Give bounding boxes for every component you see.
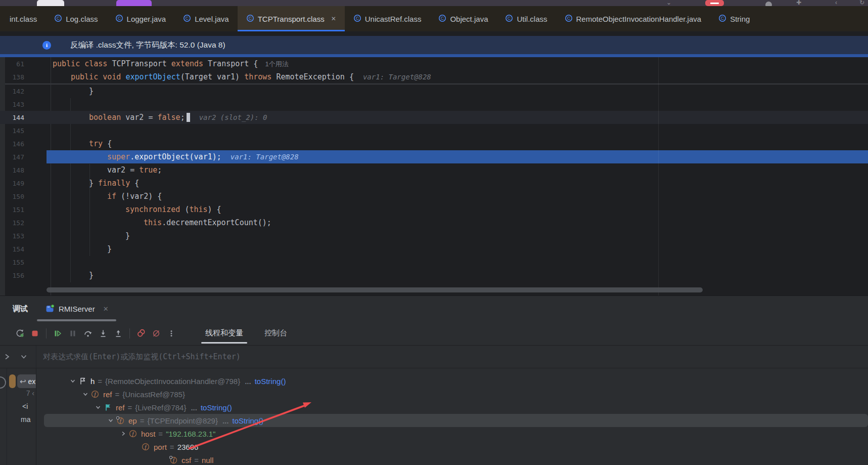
evaluate-placeholder[interactable]: 对表达式求值(Enter)或添加监视(Ctrl+Shift+Enter): [43, 352, 241, 362]
close-icon[interactable]: ✕: [103, 305, 109, 313]
tab-logger-java[interactable]: CLogger.java: [107, 6, 175, 31]
code-text: synchronized (this) {: [125, 205, 221, 214]
tab-console[interactable]: 控制台: [259, 321, 292, 345]
selected-frame[interactable]: ↩ ex: [17, 374, 36, 388]
code-line-146: 146try {: [0, 137, 868, 150]
stop-icon[interactable]: [27, 326, 42, 341]
variable-row-h[interactable]: h={RemoteObjectInvocationHandler@798}...…: [36, 374, 868, 388]
tab-label: Log.class: [66, 15, 98, 23]
tab-log-class[interactable]: CLog.class: [45, 6, 106, 31]
field-icon: f: [141, 443, 150, 451]
avatar-icon: [765, 2, 772, 6]
tab-remoteobjectinvocationhandler-java[interactable]: CRemoteObjectInvocationHandler.java: [556, 6, 710, 31]
tostring-link[interactable]: toString(): [255, 377, 286, 386]
resume-icon[interactable]: [50, 326, 65, 341]
line-number[interactable]: 151: [0, 206, 24, 214]
variable-value: null: [202, 456, 213, 464]
code-editor[interactable]: 61public class TCPTransport extends Tran…: [0, 57, 868, 295]
line-number[interactable]: 150: [0, 193, 24, 200]
variable-row-csf[interactable]: fcsf=null: [36, 453, 868, 465]
rerun-debugger-icon[interactable]: [12, 326, 27, 341]
line-number[interactable]: 144: [0, 114, 24, 121]
variable-row-ref[interactable]: ref={LiveRef@784}...toString(): [36, 401, 868, 414]
line-number[interactable]: 148: [0, 166, 24, 174]
line-number[interactable]: 145: [0, 127, 24, 135]
decompile-banner: i 反编译 .class文件, 字节码版本: 52.0 (Java 8): [0, 36, 868, 54]
line-number[interactable]: 156: [0, 272, 24, 279]
code-text: public class TCPTransport extends Transp…: [53, 59, 289, 69]
chevron-right-icon[interactable]: [118, 430, 128, 437]
more-options-icon[interactable]: [164, 326, 179, 341]
variable-name: ref: [116, 403, 125, 412]
code-text: } finally {: [89, 179, 139, 188]
tab-label: Logger.java: [127, 15, 166, 23]
frame-row[interactable]: 7 ‹: [26, 389, 34, 397]
horizontal-scrollbar[interactable]: [47, 287, 703, 292]
reload-icon[interactable]: ↻: [859, 0, 864, 6]
active-view-tab-underline: [201, 342, 247, 344]
line-number[interactable]: 143: [0, 101, 24, 108]
line-number[interactable]: 147: [0, 153, 24, 161]
line-number[interactable]: 149: [0, 180, 24, 187]
line-number[interactable]: 153: [0, 232, 24, 240]
toolbar-separator: [46, 328, 47, 339]
code-line-138: 138public void exportObject(Target var1)…: [0, 70, 868, 83]
tostring-link[interactable]: toString(): [201, 403, 232, 412]
variable-value: {RemoteObjectInvocationHandler@798}: [105, 377, 240, 386]
tab-util-class[interactable]: CUtil.class: [496, 6, 556, 31]
expand-icon[interactable]: [4, 353, 10, 360]
step-out-icon[interactable]: [111, 326, 126, 341]
class-icon: C: [183, 14, 191, 24]
stripe-icon-fragment: [0, 376, 6, 389]
code-text: }: [89, 271, 94, 280]
tab-unicastref-class[interactable]: CUnicastRef.class: [345, 6, 430, 31]
tab-tcptransport-class[interactable]: CTCPTransport.class✕: [238, 6, 345, 31]
line-number[interactable]: 142: [0, 88, 24, 95]
back-icon[interactable]: ‹: [835, 0, 837, 6]
chevron-down-icon[interactable]: ⌄: [666, 0, 671, 6]
chevron-down-icon[interactable]: [93, 404, 103, 411]
frame-row[interactable]: <i: [22, 402, 28, 410]
tab-rmiserver-session[interactable]: RMIServer ✕: [45, 304, 109, 313]
chevron-down-icon[interactable]: [106, 417, 116, 424]
variable-row-host[interactable]: fhost="192.168.23.1": [36, 427, 868, 440]
view-breakpoints-icon[interactable]: [133, 326, 149, 341]
chevron-down-icon[interactable]: [80, 391, 90, 398]
line-number[interactable]: 138: [0, 73, 24, 81]
variable-row-ep[interactable]: fep={TCPEndpoint@829}...toString(): [36, 414, 868, 427]
line-number[interactable]: 152: [0, 219, 24, 227]
equals-sign: =: [140, 416, 145, 425]
line-number[interactable]: 61: [0, 60, 24, 68]
banner-gap: [0, 31, 868, 36]
field-watch-icon: f: [116, 416, 125, 425]
tab-int-class[interactable]: int.class: [1, 6, 45, 31]
frame-row[interactable]: ma: [21, 415, 30, 424]
debug-panel-title: 调试: [13, 304, 28, 314]
tab-level-java[interactable]: CLevel.java: [174, 6, 238, 31]
tab-string[interactable]: CString: [710, 6, 758, 31]
code-text: var2 = true;: [107, 165, 162, 175]
line-number[interactable]: 154: [0, 245, 24, 253]
extensions-icon[interactable]: ✚: [796, 0, 801, 6]
teal-flag-icon: [103, 403, 112, 411]
line-number[interactable]: 146: [0, 140, 24, 148]
step-over-icon[interactable]: [80, 326, 96, 341]
evaluate-expression-bar[interactable]: 对表达式求值(Enter)或添加监视(Ctrl+Shift+Enter): [0, 345, 868, 368]
close-icon[interactable]: ✕: [331, 15, 336, 22]
tab-threads-variables[interactable]: 线程和变量: [200, 321, 248, 345]
code-text: if (!var2) {: [107, 192, 162, 201]
tab-object-java[interactable]: CObject.java: [430, 6, 496, 31]
line-number[interactable]: 155: [0, 259, 24, 266]
variable-row-port[interactable]: fport=23606: [36, 440, 868, 453]
chevron-down-icon[interactable]: [20, 354, 27, 359]
usages-hint[interactable]: 1个用法: [265, 60, 288, 68]
pause-icon[interactable]: [65, 326, 80, 341]
frames-pane[interactable]: ↩ ex 7 ‹ <i ma: [7, 368, 36, 465]
record-stop-button[interactable]: [705, 0, 724, 6]
class-icon: C: [438, 14, 446, 24]
variable-row-ref[interactable]: fref={UnicastRef@785}: [36, 388, 868, 401]
step-into-icon[interactable]: [96, 326, 111, 341]
mute-breakpoints-icon[interactable]: [149, 326, 164, 341]
chevron-down-icon[interactable]: [68, 377, 78, 385]
tostring-link[interactable]: toString(): [232, 416, 263, 425]
